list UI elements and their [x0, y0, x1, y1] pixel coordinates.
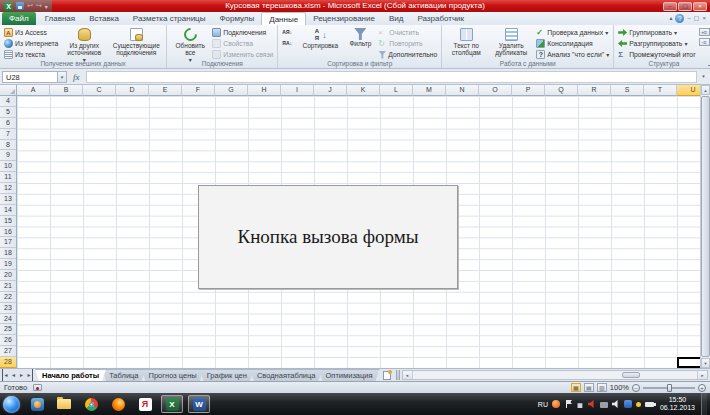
column-header-K[interactable]: K [347, 85, 380, 96]
scroll-left-icon[interactable] [403, 371, 413, 379]
advanced-filter-button[interactable]: Дополнительно [378, 50, 437, 59]
tab-home[interactable]: Главная [38, 12, 82, 25]
usb-device-icon[interactable] [576, 400, 584, 408]
insert-worksheet-button[interactable] [380, 369, 394, 381]
horizontal-scroll-thumb[interactable] [622, 372, 640, 378]
zoom-slider-thumb[interactable] [667, 384, 672, 392]
column-header-O[interactable]: O [479, 85, 512, 96]
tab-file[interactable]: Файл [2, 12, 36, 25]
column-header-C[interactable]: C [83, 85, 116, 96]
tab-review[interactable]: Рецензирование [306, 12, 382, 25]
show-desktop-button[interactable] [701, 393, 707, 415]
row-header-4[interactable]: 4 [0, 96, 16, 107]
row-header-15[interactable]: 15 [0, 216, 16, 227]
row-header-14[interactable]: 14 [0, 205, 16, 216]
minimize-ribbon-icon[interactable] [669, 14, 672, 23]
select-all-corner[interactable] [0, 85, 17, 96]
workbook-minimize-icon[interactable] [687, 14, 690, 23]
row-header-27[interactable]: 27 [0, 346, 16, 357]
antivirus-icon[interactable] [552, 400, 560, 408]
reapply-button[interactable]: Повторить [378, 39, 437, 48]
excel-logo-icon[interactable] [4, 2, 13, 11]
page-break-view-button[interactable] [597, 383, 607, 392]
row-header-8[interactable]: 8 [0, 140, 16, 151]
scroll-right-icon[interactable] [697, 371, 707, 379]
tab-insert[interactable]: Вставка [82, 12, 126, 25]
column-header-L[interactable]: L [380, 85, 413, 96]
zoom-slider[interactable] [643, 387, 695, 389]
row-header-9[interactable]: 9 [0, 150, 16, 161]
clock[interactable]: 15:50 06.12.2013 [658, 396, 697, 412]
tab-view[interactable]: Вид [382, 12, 410, 25]
flag-icon[interactable] [564, 400, 572, 408]
filter-button[interactable]: Фильтр [345, 27, 375, 47]
scroll-up-icon[interactable] [701, 85, 710, 95]
zoom-out-icon[interactable] [632, 384, 640, 392]
remove-duplicates-button[interactable]: Удалить дубликаты [489, 27, 533, 56]
grid-cells[interactable]: Кнопка вызова формы [17, 96, 710, 368]
start-button[interactable] [3, 396, 20, 413]
row-header-5[interactable]: 5 [0, 107, 16, 118]
customize-qat-icon[interactable] [45, 3, 48, 10]
column-header-I[interactable]: I [281, 85, 314, 96]
page-layout-view-button[interactable] [584, 383, 594, 392]
expand-formula-bar-icon[interactable] [699, 71, 708, 83]
what-if-analysis-button[interactable]: Анализ "что если" [536, 50, 609, 59]
data-validation-button[interactable]: Проверка данных [536, 28, 609, 37]
taskbar-word-button[interactable]: W [188, 395, 210, 413]
column-header-T[interactable]: T [644, 85, 677, 96]
column-header-F[interactable]: F [182, 85, 215, 96]
undo-icon[interactable] [27, 2, 33, 10]
first-sheet-icon[interactable] [2, 369, 9, 381]
connections-button[interactable]: Подключения [212, 28, 273, 37]
column-header-Q[interactable]: Q [545, 85, 578, 96]
column-header-P[interactable]: P [512, 85, 545, 96]
row-header-18[interactable]: 18 [0, 248, 16, 259]
sort-ascending-button[interactable] [282, 28, 295, 37]
row-header-13[interactable]: 13 [0, 194, 16, 205]
column-header-S[interactable]: S [611, 85, 644, 96]
tab-page-layout[interactable]: Разметка страницы [126, 12, 213, 25]
text-to-columns-button[interactable]: Текст по столбцам [446, 27, 486, 56]
workbook-close-icon[interactable] [702, 14, 706, 23]
sheet-tab-5[interactable]: Своднаятаблица [250, 369, 323, 381]
column-header-E[interactable]: E [149, 85, 182, 96]
properties-button[interactable]: Свойства [212, 39, 273, 48]
taskbar-media-player-button[interactable] [26, 395, 48, 413]
column-header-A[interactable]: A [17, 85, 50, 96]
row-header-28[interactable]: 28 [0, 357, 16, 368]
taskbar-yandex-browser-button[interactable]: Я [134, 395, 156, 413]
row-header-11[interactable]: 11 [0, 172, 16, 183]
row-header-25[interactable]: 25 [0, 324, 16, 335]
sheet-tab-2[interactable]: Таблица [102, 369, 145, 381]
help-icon[interactable] [675, 14, 684, 23]
sheet-tab-3[interactable]: Прогноз цены [142, 369, 204, 381]
tab-splitter[interactable] [396, 370, 400, 380]
workbook-restore-icon[interactable] [694, 14, 700, 23]
previous-sheet-icon[interactable] [10, 369, 17, 381]
column-header-B[interactable]: B [50, 85, 83, 96]
row-header-22[interactable]: 22 [0, 292, 16, 303]
zoom-in-icon[interactable] [698, 384, 706, 392]
sheet-tab-6[interactable]: Оптимизация [319, 369, 380, 381]
taskbar-chrome-button[interactable] [80, 395, 102, 413]
refresh-all-button[interactable]: Обновить все [171, 27, 209, 64]
tab-formulas[interactable]: Формулы [212, 12, 261, 25]
last-sheet-icon[interactable] [26, 369, 33, 381]
restore-button[interactable] [678, 2, 692, 11]
formula-input[interactable] [86, 71, 698, 83]
subtotal-button[interactable]: Промежуточный итог [618, 50, 695, 59]
minimize-button[interactable] [663, 2, 677, 11]
taskbar-explorer-button[interactable] [53, 395, 75, 413]
sheet-tab-4[interactable]: График цен [200, 369, 254, 381]
sheet-tab-1[interactable]: Начало работы [35, 369, 106, 381]
tab-developer[interactable]: Разработчик [410, 12, 471, 25]
hide-detail-button[interactable] [699, 38, 710, 46]
next-sheet-icon[interactable] [18, 369, 25, 381]
row-header-26[interactable]: 26 [0, 335, 16, 346]
battery-icon[interactable] [645, 402, 654, 407]
row-header-6[interactable]: 6 [0, 118, 16, 129]
zoom-level[interactable]: 100% [610, 383, 629, 392]
from-web-button[interactable]: Из Интернета [4, 39, 58, 48]
column-header-J[interactable]: J [314, 85, 347, 96]
